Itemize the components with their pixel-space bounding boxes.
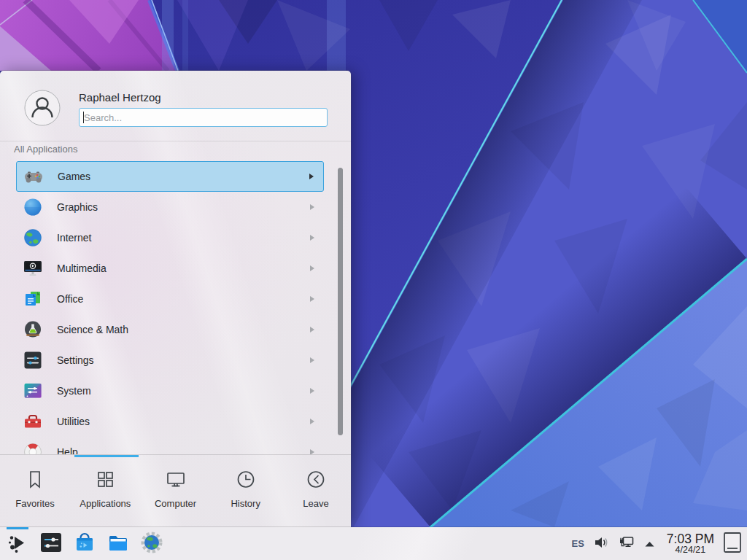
computer-icon: [163, 467, 189, 493]
system-screen-icon: [23, 381, 43, 401]
globe-gear-icon: [140, 531, 163, 557]
category-label: Office: [57, 293, 83, 305]
category-utilities[interactable]: Utilities: [16, 406, 324, 437]
application-launcher-popup: Raphael Hertzog All Applications: [0, 71, 351, 527]
leave-icon: [303, 467, 329, 493]
clock-date: 4/24/21: [667, 545, 714, 555]
tab-applications[interactable]: Applications: [70, 460, 140, 509]
keyboard-layout-indicator[interactable]: ES: [571, 538, 584, 549]
list-scrollbar[interactable]: [338, 168, 343, 435]
category-system[interactable]: System: [16, 376, 324, 406]
system-settings-button[interactable]: [39, 532, 63, 556]
submenu-arrow-icon: [310, 204, 314, 210]
user-avatar[interactable]: [24, 90, 61, 126]
submenu-arrow-icon: [310, 449, 314, 454]
category-office[interactable]: Office: [16, 284, 324, 314]
category-label: Utilities: [57, 416, 90, 427]
clock-icon: [233, 467, 259, 493]
category-label: System: [57, 385, 91, 397]
lifebuoy-icon: [23, 442, 43, 454]
submenu-arrow-icon: [310, 327, 314, 332]
sliders-icon: [23, 350, 43, 370]
system-settings-icon: [39, 531, 63, 557]
category-label: Science & Math: [57, 324, 128, 335]
category-multimedia[interactable]: Multimedia: [16, 253, 324, 284]
tab-leave[interactable]: Leave: [281, 460, 351, 509]
show-desktop-button[interactable]: [723, 532, 742, 556]
category-label: Internet: [57, 232, 91, 244]
flask-icon: [23, 319, 43, 340]
bookmark-icon: [22, 467, 48, 493]
documents-icon: [23, 289, 43, 309]
clock-time: 7:03 PM: [667, 532, 714, 545]
category-label: Settings: [57, 354, 94, 366]
submenu-arrow-icon: [310, 296, 314, 302]
submenu-arrow-icon: [310, 388, 314, 394]
folder-icon: [107, 531, 130, 557]
user-name: Raphael Hertzog: [79, 91, 161, 104]
submenu-arrow-icon: [310, 265, 314, 271]
wired-network-icon[interactable]: [618, 534, 635, 553]
application-launcher-button[interactable]: [5, 532, 30, 556]
tab-computer[interactable]: Computer: [140, 460, 210, 509]
category-label: Help: [57, 446, 78, 454]
header-separator: [0, 141, 351, 141]
discover-button[interactable]: [72, 532, 97, 556]
discover-bag-icon: [73, 531, 96, 557]
expand-tray-arrow-icon[interactable]: [644, 537, 655, 551]
submenu-arrow-icon: [309, 174, 314, 179]
volume-icon[interactable]: [593, 534, 609, 553]
category-settings[interactable]: Settings: [16, 345, 324, 376]
taskbar-launchers: [5, 527, 164, 560]
category-label: Multimedia: [57, 262, 107, 274]
sphere-icon: [23, 197, 43, 217]
active-tab-indicator: [74, 455, 139, 457]
tab-history[interactable]: History: [211, 460, 281, 509]
text-caret: [83, 112, 84, 123]
submenu-arrow-icon: [310, 357, 314, 363]
grid-icon: [92, 467, 118, 493]
tabbar-separator: [0, 454, 351, 455]
tab-bar: Favorites Applications Computer: [0, 460, 351, 509]
category-help[interactable]: Help: [16, 437, 324, 454]
section-label: All Applications: [14, 144, 77, 155]
category-label: Games: [58, 171, 90, 182]
category-internet[interactable]: Internet: [16, 222, 324, 253]
gamepad-icon: [23, 166, 44, 187]
category-label: Graphics: [57, 201, 98, 213]
globe-icon: [23, 228, 43, 248]
system-tray: ES 7:03 PM 4/24/21: [571, 527, 742, 560]
monitor-play-icon: [23, 258, 43, 279]
web-browser-button[interactable]: [139, 532, 164, 556]
taskbar-panel: ES 7:03 PM 4/24/21: [0, 527, 747, 560]
file-manager-button[interactable]: [106, 532, 131, 556]
tab-favorites[interactable]: Favorites: [0, 460, 70, 509]
category-list: Games Graphics: [0, 161, 351, 454]
category-science-math[interactable]: Science & Math: [16, 314, 324, 345]
toolbox-icon: [23, 411, 43, 432]
search-input[interactable]: [79, 108, 328, 127]
category-graphics[interactable]: Graphics: [16, 192, 324, 222]
digital-clock[interactable]: 7:03 PM 4/24/21: [667, 532, 714, 556]
search-field-wrap: [79, 108, 328, 127]
category-games[interactable]: Games: [16, 161, 324, 192]
submenu-arrow-icon: [310, 419, 314, 424]
submenu-arrow-icon: [310, 235, 314, 241]
kickoff-icon: [6, 531, 29, 557]
